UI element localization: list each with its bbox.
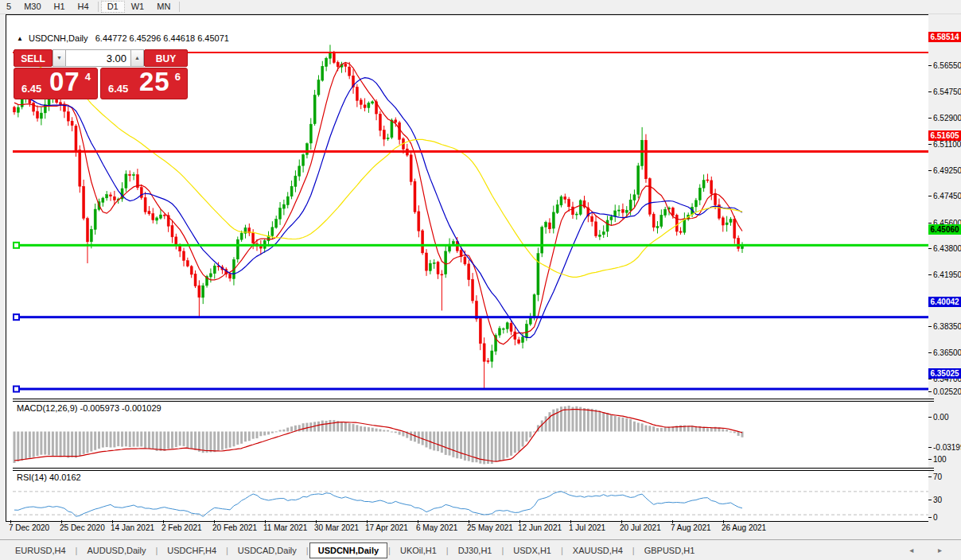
date-label: 11 Mar 2021 <box>263 523 307 532</box>
tab-eurusd[interactable]: EURUSD,H4 <box>6 543 75 558</box>
tab-separator: | <box>306 546 309 555</box>
tab-scroll-arrows[interactable]: ◂ ▸ <box>909 546 953 554</box>
price-tick <box>928 196 932 196</box>
rsi-label: RSI(14) 40.0162 <box>17 472 81 482</box>
chart-ohlc-values: 6.44772 6.45296 6.44618 6.45071 <box>95 33 229 43</box>
price-level-line[interactable] <box>13 316 934 318</box>
price-tick <box>928 91 932 92</box>
level-drag-handle[interactable] <box>14 314 19 320</box>
price-level-line[interactable] <box>13 244 934 247</box>
period-button-mn[interactable]: MN <box>150 1 177 13</box>
period-button-d1[interactable]: D1 <box>101 1 125 13</box>
price-tick <box>928 118 932 119</box>
tab-usdx[interactable]: USDX,H1 <box>504 543 560 558</box>
tab-usdchf[interactable]: USDCHF,H4 <box>158 543 225 558</box>
rsi-scale-tick <box>928 459 932 460</box>
tab-xauusd[interactable]: XAUUSD,H4 <box>564 543 632 558</box>
panel-divider[interactable] <box>13 468 934 471</box>
macd-scale-tick <box>928 391 932 392</box>
tab-gbpusd[interactable]: GBPUSD,H1 <box>636 543 704 558</box>
price-level-line[interactable] <box>13 150 934 153</box>
level-price-label: 6.45060 <box>928 224 961 235</box>
date-label: 26 Aug 2021 <box>722 523 766 532</box>
price-tick <box>928 326 932 327</box>
buy-price-digits: 25 <box>139 67 170 97</box>
price-level-line[interactable] <box>13 388 934 391</box>
rsi-scale-tick <box>928 476 932 477</box>
level-drag-handle[interactable] <box>14 243 19 248</box>
price-tick <box>928 65 932 66</box>
sell-quote-box[interactable]: 6.45 07 4 <box>14 68 98 99</box>
price-label: 6.36500 <box>933 348 961 357</box>
tab-separator: | <box>446 546 449 555</box>
price-label: 6.54750 <box>933 88 961 96</box>
tab-ukoil[interactable]: UKOil,H1 <box>391 543 445 558</box>
buy-price-pip: 6 <box>175 71 181 83</box>
price-tick <box>928 274 932 275</box>
chart-tab-bar: EURUSD,H4|AUDUSD,Daily|USDCHF,H4|USDCAD,… <box>0 539 961 560</box>
tab-separator: | <box>388 546 391 555</box>
volume-increase-button[interactable]: ▲ <box>130 49 144 67</box>
sell-price-prefix: 6.45 <box>21 83 41 95</box>
date-label: 7 Aug 2021 <box>671 523 711 532</box>
period-button-5[interactable]: 5 <box>0 1 18 13</box>
level-price-label: 6.58514 <box>928 32 961 42</box>
date-label: 30 Mar 2021 <box>314 523 359 532</box>
tab-separator: | <box>501 546 504 555</box>
level-price-label: 6.35025 <box>928 368 961 379</box>
date-label: 14 Jan 2021 <box>111 523 154 532</box>
date-label: 7 Dec 2020 <box>9 523 49 532</box>
price-tick <box>928 170 932 171</box>
chart-symbol: USDCNH,Daily <box>29 33 88 43</box>
collapse-toggle-icon[interactable]: ▲ <box>17 35 23 42</box>
macd-scale-label: 0.00 <box>933 413 948 422</box>
level-price-label: 6.51605 <box>928 130 961 141</box>
one-click-trade-panel: SELL ▼ ▲ BUY 6.45 07 4 6.45 25 6 <box>14 49 188 99</box>
sell-price-pip: 4 <box>85 71 91 83</box>
price-label: 6.41950 <box>933 270 961 279</box>
date-label: 20 Jul 2021 <box>620 523 661 532</box>
period-button-w1[interactable]: W1 <box>125 1 151 13</box>
period-button-h4[interactable]: H4 <box>72 1 95 13</box>
price-label: 6.43800 <box>933 244 961 253</box>
buy-quote-box[interactable]: 6.45 25 6 <box>100 68 188 99</box>
macd-scale-tick <box>928 447 932 448</box>
sell-price-digits: 07 <box>49 67 80 97</box>
time-axis: 7 Dec 202025 Dec 202014 Jan 20212 Feb 20… <box>6 522 929 536</box>
chart-window: ▲ USDCNH,Daily 6.44772 6.45296 6.44618 6… <box>6 14 930 522</box>
date-label: 20 Feb 2021 <box>212 523 257 532</box>
period-toolbar: 5M30H1H4D1W1MN <box>0 0 961 14</box>
price-label: 6.38350 <box>933 322 961 331</box>
level-price-label: 6.40042 <box>928 297 961 307</box>
rsi-scale-label: 70 <box>933 472 942 481</box>
tab-separator: | <box>632 546 635 555</box>
rsi-scale-tick <box>928 500 932 500</box>
price-label: 6.52900 <box>933 114 961 122</box>
sell-button[interactable]: SELL <box>14 49 53 67</box>
date-label: 2 Feb 2021 <box>161 523 202 532</box>
tab-usdcnh[interactable]: USDCNH,Daily <box>309 542 387 558</box>
rsi-scale-label: 30 <box>933 496 942 504</box>
tab-dj30[interactable]: DJ30,H1 <box>449 543 501 558</box>
tab-audusd[interactable]: AUDUSD,Daily <box>78 543 154 558</box>
price-tick <box>928 223 932 224</box>
volume-input[interactable] <box>66 49 130 67</box>
toolbar-separator <box>98 2 99 12</box>
macd-label: MACD(12,26,9) -0.005973 -0.001029 <box>17 403 161 413</box>
tab-usdcad[interactable]: USDCAD,Daily <box>229 543 305 558</box>
buy-button[interactable]: BUY <box>144 49 188 67</box>
panel-divider[interactable] <box>13 399 934 402</box>
tab-separator: | <box>76 546 78 555</box>
toolbar-separator <box>179 2 180 12</box>
volume-decrease-button[interactable]: ▼ <box>53 49 66 67</box>
macd-scale-label: -0.031994 <box>933 443 961 452</box>
price-tick <box>928 248 932 249</box>
period-button-h1[interactable]: H1 <box>48 1 72 13</box>
date-label: 25 Dec 2020 <box>60 523 105 532</box>
date-label: 6 May 2021 <box>416 523 457 532</box>
price-tick <box>928 144 932 145</box>
level-drag-handle[interactable] <box>14 387 19 392</box>
tab-separator: | <box>226 546 228 555</box>
period-button-m30[interactable]: M30 <box>18 1 47 13</box>
rsi-scale-label: 100 <box>933 455 947 464</box>
